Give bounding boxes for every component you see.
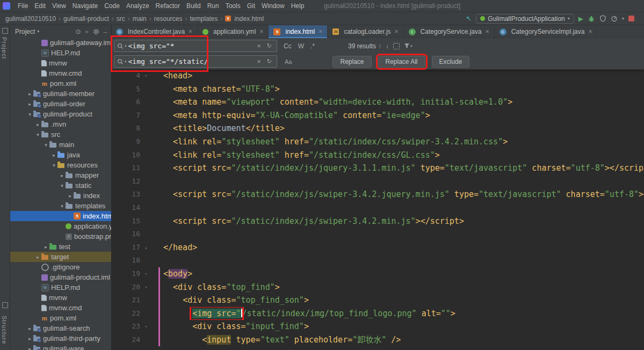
fold-marker-icon[interactable] bbox=[140, 69, 152, 83]
tree-item-gulimall-search[interactable]: gulimall-search bbox=[10, 323, 111, 333]
breadcrumb-item[interactable]: templates bbox=[189, 15, 219, 23]
tree-item-resources[interactable]: resources bbox=[10, 160, 111, 170]
chevron-right-icon[interactable] bbox=[50, 152, 57, 158]
tree-item-HELP.md[interactable]: HELP.md bbox=[10, 48, 111, 58]
next-match-icon[interactable] bbox=[386, 42, 389, 50]
replace-input-value[interactable]: <img src="*/static/ bbox=[128, 57, 254, 65]
project-panel-title[interactable]: Project bbox=[15, 28, 35, 35]
chevron-right-icon[interactable] bbox=[26, 326, 33, 331]
tab-CategoryServiceImpl.java[interactable]: CategoryServiceImpl.java bbox=[495, 25, 598, 38]
exclude-button[interactable]: Exclude bbox=[432, 56, 470, 68]
menu-code[interactable]: Code bbox=[101, 2, 123, 10]
chevron-right-icon[interactable] bbox=[26, 101, 33, 107]
tree-item-gulimall-third-party[interactable]: gulimall-third-party bbox=[10, 333, 111, 344]
menu-view[interactable]: View bbox=[49, 2, 69, 10]
tree-item-application.yml[interactable]: application.yml bbox=[10, 221, 111, 231]
run-configuration-select[interactable]: GulimallProductApplication bbox=[476, 14, 574, 24]
search-input-value[interactable]: <img src="* bbox=[128, 42, 254, 50]
tab-IndexController.java[interactable]: IndexController.java bbox=[111, 25, 198, 38]
chevron-down-icon[interactable] bbox=[42, 142, 49, 148]
coverage-icon[interactable] bbox=[599, 15, 606, 22]
stop-button[interactable] bbox=[628, 16, 634, 21]
tree-item-mvnw.cmd[interactable]: mvnw.cmd bbox=[10, 303, 111, 313]
breadcrumb-item[interactable]: src bbox=[115, 15, 126, 23]
toggle-W[interactable]: W bbox=[298, 42, 304, 50]
menu-run[interactable]: Run bbox=[204, 2, 222, 10]
close-icon[interactable] bbox=[259, 28, 263, 35]
chevron-right-icon[interactable] bbox=[34, 254, 41, 260]
breadcrumb-item[interactable]: index.html bbox=[234, 15, 265, 23]
replace-button[interactable]: Replace bbox=[332, 56, 371, 68]
tree-item-main[interactable]: main bbox=[10, 140, 111, 150]
replace-all-button[interactable]: Replace All bbox=[378, 56, 425, 68]
tab-catalogLoader.js[interactable]: catalogLoader.js bbox=[328, 25, 403, 38]
chevron-down-icon[interactable] bbox=[26, 112, 33, 117]
tab-application.yml[interactable]: application.yml bbox=[198, 25, 269, 38]
menu-tools[interactable]: Tools bbox=[222, 2, 244, 10]
menu-navigate[interactable]: Navigate bbox=[69, 2, 101, 10]
tree-item-test[interactable]: test bbox=[10, 242, 111, 252]
back-arrow-icon[interactable] bbox=[466, 14, 472, 23]
tree-item-bootstrap.prope[interactable]: bootstrap.prope bbox=[10, 231, 111, 242]
close-icon[interactable] bbox=[319, 28, 322, 35]
clear-replace-icon[interactable] bbox=[257, 57, 261, 65]
tree-item-src[interactable]: src bbox=[10, 129, 111, 140]
tree-item-HELP.md[interactable]: HELP.md bbox=[10, 282, 111, 293]
tree-item-mvnw[interactable]: mvnw bbox=[10, 293, 111, 303]
previous-match-icon[interactable] bbox=[378, 42, 381, 50]
more-run-options-icon[interactable] bbox=[622, 16, 624, 21]
tab-CategoryService.java[interactable]: CategoryService.java bbox=[404, 25, 495, 38]
tree-item-.gitignore[interactable]: .gitignore bbox=[10, 262, 111, 272]
chevron-down-icon[interactable] bbox=[59, 183, 66, 188]
breadcrumb-item[interactable]: resources bbox=[153, 15, 184, 23]
run-button[interactable] bbox=[578, 15, 583, 23]
search-history-icon[interactable] bbox=[125, 44, 127, 48]
fold-marker-icon[interactable] bbox=[140, 320, 152, 333]
chevron-right-icon[interactable] bbox=[34, 122, 41, 127]
tree-item-pom.xml[interactable]: pom.xml bbox=[10, 313, 111, 323]
chevron-right-icon[interactable] bbox=[26, 346, 33, 350]
tree-item-static[interactable]: static bbox=[10, 180, 111, 191]
search-field[interactable]: <img src="* bbox=[114, 40, 277, 52]
replace-history-icon[interactable] bbox=[117, 59, 124, 65]
menu-analyze[interactable]: Analyze bbox=[123, 2, 153, 10]
project-stripe-icon[interactable] bbox=[2, 28, 8, 34]
collapse-all-icon[interactable] bbox=[85, 28, 89, 35]
filter-search-icon[interactable] bbox=[404, 43, 413, 49]
profiler-icon[interactable] bbox=[611, 15, 618, 22]
clear-search-icon[interactable] bbox=[257, 42, 261, 50]
tree-item-java[interactable]: java bbox=[10, 150, 111, 160]
tree-item-gulimall-member[interactable]: gulimall-member bbox=[10, 89, 111, 99]
breadcrumb-item[interactable]: gulimall20210510 bbox=[4, 15, 57, 23]
replace-field[interactable]: <img src="*/static/ bbox=[114, 55, 277, 68]
project-view-chevron-icon[interactable] bbox=[37, 29, 39, 34]
regex-help-icon[interactable] bbox=[267, 42, 272, 49]
project-stripe-label[interactable]: Project bbox=[1, 37, 8, 59]
toggle-Cc[interactable]: Cc bbox=[284, 42, 292, 50]
preserve-case-icon[interactable] bbox=[285, 59, 292, 65]
close-icon[interactable] bbox=[189, 28, 192, 35]
menu-edit[interactable]: Edit bbox=[31, 2, 49, 10]
tree-item-templates[interactable]: templates bbox=[10, 201, 111, 211]
tree-item-mvnw.cmd[interactable]: mvnw.cmd bbox=[10, 68, 111, 78]
settings-gear-icon[interactable] bbox=[93, 28, 99, 35]
tree-item-gulimall-order[interactable]: gulimall-order bbox=[10, 99, 111, 109]
tree-item-target[interactable]: target bbox=[10, 252, 111, 262]
close-icon[interactable] bbox=[395, 28, 399, 35]
menu-build[interactable]: Build bbox=[183, 2, 204, 10]
menu-window[interactable]: Window bbox=[258, 2, 288, 10]
menu-file[interactable]: File bbox=[15, 2, 31, 10]
breadcrumb-item[interactable]: gulimall-product bbox=[62, 15, 110, 23]
fold-marker-icon[interactable] bbox=[140, 281, 152, 294]
tab-index.html[interactable]: index.html bbox=[269, 25, 328, 38]
chevron-right-icon[interactable] bbox=[26, 91, 33, 97]
tree-item-mvnw[interactable]: mvnw bbox=[10, 58, 111, 68]
menu-refactor[interactable]: Refactor bbox=[153, 2, 183, 10]
menu-help[interactable]: Help bbox=[288, 2, 308, 10]
menu-git[interactable]: Git bbox=[244, 2, 258, 10]
close-icon[interactable] bbox=[588, 28, 592, 35]
close-icon[interactable] bbox=[486, 28, 489, 35]
chevron-right-icon[interactable] bbox=[67, 193, 74, 199]
tree-item-gulimall-product[interactable]: gulimall-product bbox=[10, 109, 111, 119]
fold-marker-icon[interactable] bbox=[140, 267, 152, 281]
